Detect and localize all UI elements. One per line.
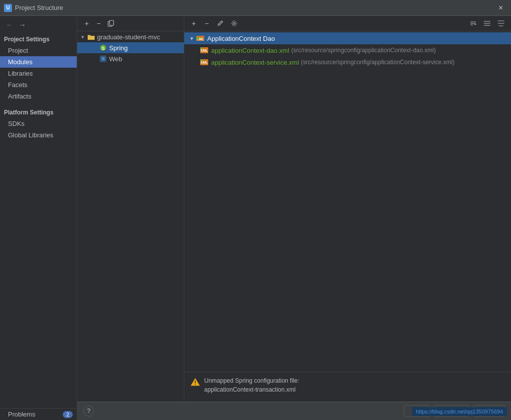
dao-xml-label: applicationContext-dao.xml bbox=[211, 47, 289, 54]
tree-panel-container: + − bbox=[77, 16, 184, 402]
warning-icon: ! bbox=[190, 377, 200, 387]
svg-rect-1 bbox=[110, 20, 114, 25]
content-area: ← → Project Settings Project Modules Lib… bbox=[0, 16, 511, 420]
nav-arrows: ← → bbox=[0, 18, 77, 33]
service-xml-path: (src/resource/springconfig/applicationCo… bbox=[301, 59, 454, 66]
svg-text:S: S bbox=[102, 46, 105, 51]
warning-line2: applicationContext-transaction.xml bbox=[204, 385, 299, 394]
link-text: https://blog.csdn.net/qq1350975694 bbox=[416, 409, 503, 415]
tree-remove-button[interactable]: − bbox=[93, 18, 104, 29]
copy-icon bbox=[108, 20, 115, 27]
spring-icon: S bbox=[99, 44, 107, 52]
content-dao-item[interactable]: XML applicationContext-dao.xml (src/reso… bbox=[196, 44, 511, 56]
main-remove-button[interactable]: − bbox=[201, 18, 212, 29]
main-settings-button[interactable] bbox=[228, 18, 240, 29]
sidebar: ← → Project Settings Project Modules Lib… bbox=[0, 16, 77, 420]
folder-icon bbox=[87, 33, 95, 41]
main-content: + − bbox=[184, 16, 511, 402]
xml-icon-dao: XML bbox=[200, 46, 208, 54]
appcontext-icon: XML bbox=[196, 34, 204, 42]
filter-icon bbox=[498, 20, 505, 27]
nav-forward-button[interactable]: → bbox=[17, 20, 28, 30]
nav-back-button[interactable]: ← bbox=[4, 20, 15, 30]
sidebar-item-global-libraries[interactable]: Global Libraries bbox=[0, 129, 77, 141]
right-panel: + − bbox=[77, 16, 511, 420]
svg-text:!: ! bbox=[194, 380, 196, 386]
sidebar-item-sdks[interactable]: SDKs bbox=[0, 118, 77, 129]
svg-rect-12 bbox=[200, 47, 202, 49]
svg-point-5 bbox=[233, 22, 235, 24]
problems-badge: 2 bbox=[63, 411, 73, 418]
tree-spring-item[interactable]: ▶ S Spring bbox=[77, 42, 184, 53]
settings-icon bbox=[231, 20, 238, 27]
sidebar-item-facets[interactable]: Facets bbox=[0, 79, 77, 91]
tree-panel: ▼ graduate-student-mvc ▶ bbox=[77, 31, 184, 64]
sort-button[interactable] bbox=[467, 18, 479, 29]
xml-icon-service: XML bbox=[200, 58, 208, 66]
external-link[interactable]: https://blog.csdn.net/qq1350975694 bbox=[412, 407, 507, 416]
sort-icon bbox=[470, 20, 477, 27]
app-icon: U bbox=[4, 4, 12, 12]
tree-add-button[interactable]: + bbox=[81, 18, 92, 29]
content-root-item[interactable]: ▼ XML ApplicationContext Dao bbox=[184, 32, 511, 44]
problems-label: Problems bbox=[8, 411, 35, 418]
sidebar-item-modules[interactable]: Modules bbox=[0, 56, 77, 68]
warning-line1: Unmapped Spring configuration file: bbox=[204, 376, 299, 385]
main-toolbar-right bbox=[467, 18, 507, 29]
main-toolbar: + − bbox=[184, 16, 511, 31]
tree-root-label: graduate-student-mvc bbox=[97, 33, 160, 41]
dao-xml-path: (src/resource/springconfig/applicationCo… bbox=[291, 47, 436, 54]
sidebar-item-artifacts[interactable]: Artifacts bbox=[0, 91, 77, 102]
title-bar-title: Project Structure bbox=[15, 4, 495, 11]
expand-arrow: ▼ bbox=[188, 36, 195, 41]
warning-bar: ! Unmapped Spring configuration file: ap… bbox=[184, 372, 511, 402]
main-edit-button[interactable] bbox=[214, 18, 226, 29]
tree-expand-arrow: ▼ bbox=[79, 34, 86, 40]
group-button[interactable] bbox=[481, 18, 493, 29]
edit-icon bbox=[217, 20, 224, 27]
content-service-item[interactable]: XML applicationContext-service.xml (src/… bbox=[196, 56, 511, 68]
platform-settings-label: Platform Settings bbox=[0, 106, 77, 118]
help-button[interactable]: ? bbox=[83, 406, 94, 417]
tree-spring-label: Spring bbox=[109, 44, 128, 52]
service-xml-label: applicationContext-service.xml bbox=[211, 59, 299, 66]
sidebar-item-libraries[interactable]: Libraries bbox=[0, 68, 77, 79]
svg-text:XML: XML bbox=[201, 61, 208, 64]
svg-point-9 bbox=[196, 37, 199, 40]
tree-web-item[interactable]: ▶ Web bbox=[77, 53, 184, 64]
tree-toolbar: + − bbox=[77, 16, 184, 31]
sidebar-item-project[interactable]: Project bbox=[0, 45, 77, 56]
warning-text: Unmapped Spring configuration file: appl… bbox=[204, 376, 299, 394]
web-icon bbox=[99, 55, 107, 63]
sidebar-item-problems[interactable]: Problems 2 bbox=[0, 409, 77, 420]
project-settings-label: Project Settings bbox=[0, 33, 77, 45]
main-container: ← → Project Settings Project Modules Lib… bbox=[0, 16, 511, 420]
close-button[interactable]: × bbox=[495, 1, 507, 14]
filter-button[interactable] bbox=[495, 18, 507, 29]
svg-text:XML: XML bbox=[201, 49, 208, 52]
panels-container: + − bbox=[77, 16, 511, 402]
content-root-label: ApplicationContext Dao bbox=[207, 35, 275, 42]
svg-rect-15 bbox=[200, 59, 202, 61]
main-toolbar-left: + − bbox=[188, 18, 240, 29]
tree-root-item[interactable]: ▼ graduate-student-mvc bbox=[77, 31, 184, 42]
tree-web-label: Web bbox=[109, 55, 123, 63]
title-bar: U Project Structure × bbox=[0, 0, 511, 16]
main-add-button[interactable]: + bbox=[188, 18, 199, 29]
content-list: ▼ XML ApplicationContext Dao bbox=[184, 31, 511, 372]
group-icon bbox=[484, 20, 491, 27]
tree-copy-button[interactable] bbox=[105, 18, 117, 29]
